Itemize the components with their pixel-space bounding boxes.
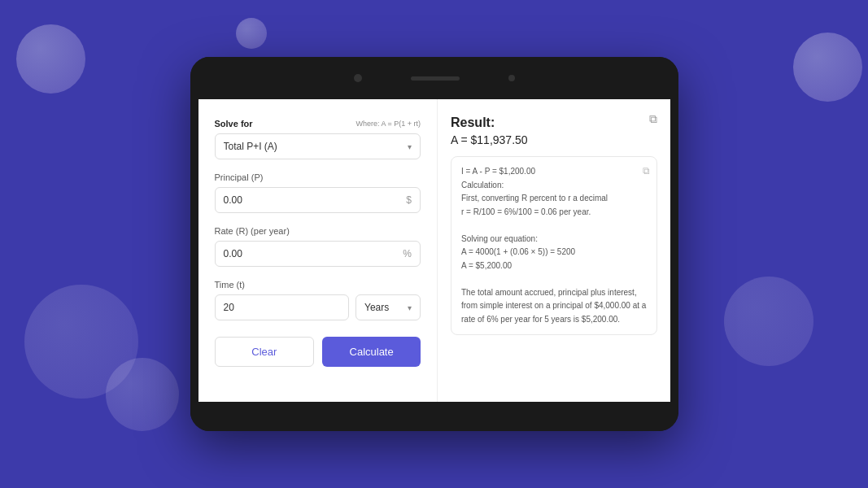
- left-panel: Solve for Where: A = P(1 + rt) Total P+I…: [198, 99, 438, 402]
- calculate-button[interactable]: Calculate: [322, 337, 421, 367]
- time-unit-wrapper[interactable]: Years Months Days ▾: [355, 294, 421, 320]
- time-unit-select[interactable]: Years Months Days: [356, 295, 420, 320]
- time-input[interactable]: [216, 295, 349, 320]
- rate-group: Rate (R) (per year) %: [215, 226, 421, 267]
- formula-hint: Where: A = P(1 + rt): [355, 120, 421, 128]
- result-value: A = $11,937.50: [451, 133, 657, 146]
- buttons-row: Clear Calculate: [215, 337, 421, 367]
- time-input-wrapper[interactable]: [215, 294, 350, 320]
- detail-line8: A = $5,200.00: [461, 261, 512, 270]
- principal-group: Principal (P) $: [215, 172, 421, 213]
- rate-label: Rate (R) (per year): [215, 226, 421, 236]
- result-header: Result:: [451, 115, 657, 130]
- detail-line2: Calculation:: [461, 181, 504, 190]
- principal-suffix: $: [406, 194, 412, 206]
- time-label: Time (t): [215, 280, 421, 290]
- app-content: Solve for Where: A = P(1 + rt) Total P+I…: [198, 99, 670, 402]
- bg-circle-5: [106, 358, 179, 431]
- rate-input[interactable]: [216, 242, 421, 266]
- solve-for-select-wrapper[interactable]: Total P+I (A) Principal (P) Rate (R) Tim…: [215, 133, 421, 159]
- tablet-frame: Solve for Where: A = P(1 + rt) Total P+I…: [190, 57, 678, 431]
- detail-line4: r = R/100 = 6%/100 = 0.06 per year.: [461, 207, 591, 216]
- detail-line1: I = A - P = $1,200.00: [461, 167, 535, 176]
- tablet-screen: Solve for Where: A = P(1 + rt) Total P+I…: [198, 99, 670, 402]
- bg-circle-3: [793, 33, 862, 102]
- tablet-bottom-bar: [190, 402, 678, 431]
- detail-text: I = A - P = $1,200.00 Calculation: First…: [461, 165, 647, 326]
- solve-for-header: Solve for Where: A = P(1 + rt): [215, 119, 421, 129]
- bg-circle-1: [16, 24, 85, 94]
- detail-line7: A = 4000(1 + (0.06 × 5)) = 5200: [461, 247, 575, 256]
- rate-input-wrapper[interactable]: %: [215, 241, 421, 267]
- speaker-bar: [411, 76, 460, 81]
- detail-line10: The total amount accrued, principal plus…: [461, 288, 646, 324]
- solve-for-select[interactable]: Total P+I (A) Principal (P) Rate (R) Tim…: [216, 134, 421, 159]
- right-panel: ⧉ Result: A = $11,937.50 ⧉ I = A - P = $…: [438, 99, 670, 402]
- rate-suffix: %: [403, 248, 412, 259]
- tablet-top-bar: [190, 57, 678, 99]
- detail-box: ⧉ I = A - P = $1,200.00 Calculation: Fir…: [451, 156, 657, 335]
- bg-circle-2: [236, 18, 267, 49]
- camera-dot: [354, 74, 362, 82]
- bg-circle-6: [724, 277, 813, 366]
- time-row: Years Months Days ▾: [215, 294, 421, 320]
- bg-circle-4: [24, 285, 138, 399]
- mic-dot: [508, 75, 515, 81]
- time-group: Time (t) Years Months Days ▾: [215, 280, 421, 320]
- solve-for-group: Solve for Where: A = P(1 + rt) Total P+I…: [215, 119, 421, 159]
- detail-copy-icon[interactable]: ⧉: [643, 163, 650, 179]
- copy-icon[interactable]: ⧉: [649, 112, 657, 126]
- principal-input[interactable]: [216, 188, 421, 212]
- solve-for-title: Solve for: [215, 119, 253, 129]
- detail-line6: Solving our equation:: [461, 234, 538, 243]
- principal-input-wrapper[interactable]: $: [215, 187, 421, 213]
- clear-button[interactable]: Clear: [215, 337, 315, 367]
- detail-line3: First, converting R percent to r a decim…: [461, 194, 608, 203]
- principal-label: Principal (P): [215, 172, 421, 182]
